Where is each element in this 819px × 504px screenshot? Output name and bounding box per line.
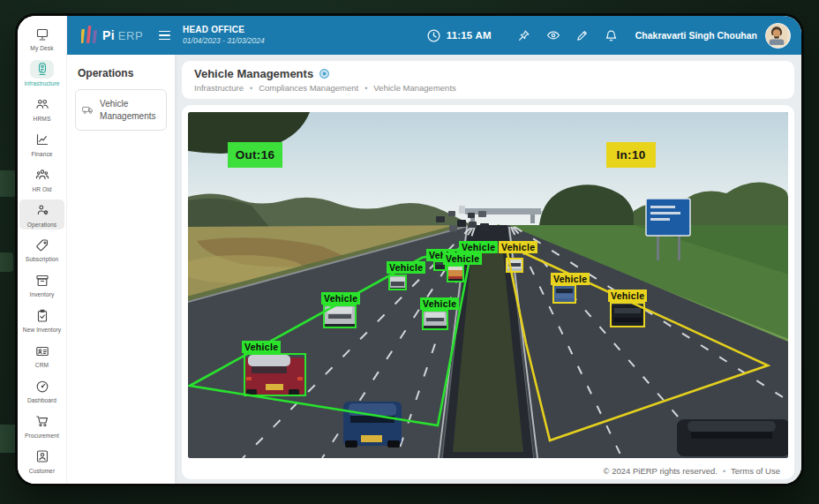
sidebar-item-finance[interactable]: Finance (18, 129, 66, 159)
hrms-icon (30, 95, 54, 114)
panel-item-label: Vehicle Managements (100, 98, 160, 122)
icon-rail: My Desk Infrastructure HRMS Finance HR O… (18, 16, 67, 484)
sidebar-item-inventory[interactable]: Inventory (18, 269, 66, 299)
breadcrumb-vehicle-managements[interactable]: Vehicle Managements (373, 83, 455, 93)
office-name: HEAD OFFICE (183, 25, 265, 36)
detection-label: Vehicle (387, 261, 425, 274)
dashboard-icon (30, 377, 54, 395)
title-indicator-icon[interactable] (319, 68, 330, 79)
sidebar-item-my-desk[interactable]: My Desk (18, 23, 66, 53)
backdrop-accent (0, 170, 17, 197)
clock-widget: 11:15 AM (426, 28, 492, 43)
app-logo[interactable]: PiERP (81, 25, 143, 46)
brand-secondary: ERP (118, 29, 143, 42)
detection-box (422, 310, 448, 330)
detection-box (244, 353, 306, 396)
page-title: Vehicle Managements (194, 67, 313, 80)
backdrop-accent (0, 425, 19, 453)
procurement-icon (30, 412, 54, 431)
sidebar-item-operations[interactable]: Operations (19, 199, 64, 229)
detection-label: Vehicle (443, 252, 482, 265)
sidebar-item-hrms[interactable]: HRMS (18, 94, 66, 124)
avatar[interactable] (765, 23, 791, 49)
menu-toggle-icon[interactable] (159, 31, 170, 41)
sidebar-item-infrastructure[interactable]: Infrastructure (18, 58, 66, 88)
breadcrumb-separator: • (250, 84, 252, 93)
breadcrumb-compliances-management[interactable]: Compliances Management (259, 83, 358, 93)
sidebar-item-customer[interactable]: Customer (18, 446, 66, 476)
detection-label: Vehicle (242, 341, 281, 353)
detection-label: Vehicle (551, 273, 590, 285)
detection-box (610, 302, 645, 327)
sidebar-item-hr-old[interactable]: HR Old (18, 164, 66, 194)
detection-box (552, 284, 576, 304)
in-count: In:10 (606, 142, 656, 168)
hr-old-icon (30, 166, 54, 184)
footer-bullet: • (723, 467, 725, 476)
highway-camera-view: VehicleVehicleVehicleVehicleVehicleVehic… (188, 112, 788, 458)
brand-primary: Pi (102, 28, 115, 42)
pin-icon[interactable] (514, 25, 535, 46)
operations-panel: Operations Vehicle Managements (67, 55, 175, 484)
main-content: Vehicle Managements Infrastructure • Com… (175, 55, 801, 484)
detection-box (388, 275, 407, 290)
detection-overlay: VehicleVehicleVehicleVehicleVehicleVehic… (188, 112, 788, 458)
my-desk-icon (30, 25, 54, 43)
detection-box (323, 305, 357, 328)
inventory-icon (30, 271, 54, 290)
backdrop-accent (0, 252, 13, 272)
new-inventory-icon (30, 306, 54, 325)
subscription-icon (30, 236, 54, 254)
breadcrumb: Infrastructure • Compliances Management … (194, 83, 782, 93)
user-name[interactable]: Chakravarti Singh Chouhan (635, 30, 757, 41)
detection-label: Vehicle (499, 241, 537, 253)
sidebar-item-new-inventory[interactable]: New Inventory (18, 305, 66, 335)
office-selector[interactable]: HEAD OFFICE 01/04/2023 - 31/03/2024 (183, 25, 265, 45)
detection-box (447, 265, 464, 282)
edit-icon[interactable] (572, 25, 593, 46)
operations-icon (30, 201, 54, 220)
app-window: My Desk Infrastructure HRMS Finance HR O… (18, 16, 801, 484)
detection-label: Vehicle (321, 292, 360, 305)
finance-icon (30, 131, 54, 149)
bell-icon[interactable] (601, 25, 622, 46)
detection-box (506, 258, 523, 273)
main-header: PiERP HEAD OFFICE 01/04/2023 - 31/03/202… (67, 16, 801, 55)
detection-label: Vehicle (608, 290, 647, 302)
breadcrumb-separator: • (364, 84, 367, 93)
sidebar-item-procurement[interactable]: Procurement (18, 410, 66, 440)
card-footer: © 2024 PiERP rights reserved. • Terms of… (604, 466, 780, 476)
infrastructure-icon (30, 60, 54, 79)
eye-icon[interactable] (543, 25, 564, 46)
panel-item-vehicle-managements[interactable]: Vehicle Managements (75, 89, 167, 131)
detection-label: Vehicle (459, 241, 498, 253)
clock-icon (426, 28, 441, 43)
crm-icon (30, 342, 54, 360)
sidebar-item-crm[interactable]: CRM (18, 340, 66, 370)
sidebar-item-subscription[interactable]: Subscription (18, 234, 66, 264)
terms-of-use-link[interactable]: Terms of Use (731, 466, 780, 476)
panel-title: Operations (67, 55, 175, 89)
breadcrumb-infrastructure[interactable]: Infrastructure (194, 83, 244, 93)
detection-label: Vehicle (420, 297, 459, 310)
current-time: 11:15 AM (447, 30, 492, 41)
logo-bars-icon (81, 25, 99, 46)
page-header: Vehicle Managements Infrastructure • Com… (182, 61, 794, 99)
office-date-range: 01/04/2023 - 31/03/2024 (183, 36, 265, 46)
vehicle-detection-card: VehicleVehicleVehicleVehicleVehicleVehic… (182, 105, 794, 479)
customer-icon (30, 448, 54, 466)
copyright-text: © 2024 PiERP rights reserved. (604, 466, 718, 476)
truck-icon (82, 104, 94, 117)
sidebar-item-dashboard[interactable]: Dashboard (18, 375, 66, 405)
out-count: Out:16 (228, 142, 282, 168)
